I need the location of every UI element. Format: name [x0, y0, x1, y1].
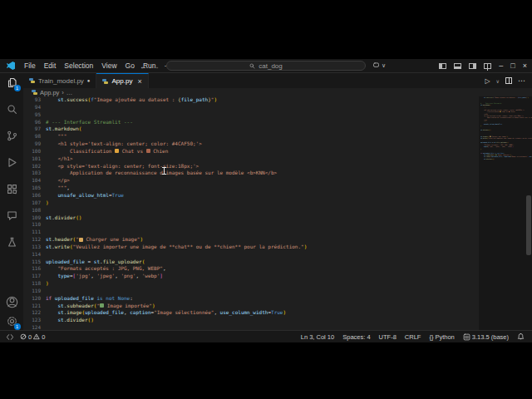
line-number: 123	[23, 317, 43, 324]
toggle-panel-icon[interactable]	[454, 63, 461, 69]
errors-warnings[interactable]: 0 0	[20, 333, 45, 341]
line-number: 93	[23, 96, 43, 104]
notifications-bell-icon[interactable]	[517, 332, 525, 341]
code-line: <h1 style='text-align: center; color: #4…	[46, 140, 479, 148]
indentation[interactable]: Spaces: 4	[342, 333, 370, 341]
code-line: st.success(f"Image ajoutée au dataset : …	[46, 96, 479, 104]
python-interpreter[interactable]: 3.13.5 (base)	[463, 333, 509, 341]
code-line: st.image(uploaded_file, caption="Image s…	[46, 309, 479, 317]
toggle-sidebar-icon[interactable]	[439, 63, 446, 69]
history-nav: ← →	[140, 59, 160, 73]
code-line: """,	[46, 185, 479, 192]
language-mode[interactable]: {} Python	[429, 333, 454, 341]
code-line	[46, 207, 479, 214]
maximize-button[interactable]: □	[510, 59, 515, 73]
code-editor[interactable]: 9394959697989910010110210310410510610710…	[23, 96, 532, 330]
code-line: st.header("📂 Charger une image")	[46, 236, 479, 244]
breadcrumb-symbol[interactable]: …	[66, 89, 73, 96]
code-line: st.markdown(	[46, 126, 479, 133]
line-number: 115	[23, 259, 43, 266]
line-number: 114	[23, 251, 43, 259]
errors-icon	[20, 333, 27, 340]
title-bar: File Edit Selection View Go Run ⋯ ← → ca…	[0, 59, 532, 73]
tab-close-icon[interactable]: ×	[137, 77, 141, 86]
sidebar-item-testing[interactable]	[6, 236, 18, 249]
line-number: 119	[23, 288, 43, 295]
code-line: st.write("Veuillez importer une image de…	[46, 244, 479, 251]
line-number: 102	[23, 163, 43, 170]
tab-train-model[interactable]: Train_model.py ●	[23, 73, 96, 88]
sidebar-item-extensions[interactable]	[6, 183, 18, 195]
copilot-menu[interactable]: ∨	[372, 62, 386, 69]
line-number: 107	[23, 200, 43, 207]
modified-dot-icon[interactable]: ●	[87, 78, 91, 83]
python-env-icon	[463, 333, 470, 341]
code-line: Application de reconnaissance d'images b…	[480, 117, 527, 119]
window-controls: – □ ×	[439, 59, 527, 73]
error-count: 0	[28, 333, 32, 341]
code-line	[46, 288, 479, 295]
split-editor-icon[interactable]	[505, 77, 512, 84]
editor-more-actions-icon[interactable]: ⋯	[518, 76, 525, 85]
screen: File Edit Selection View Go Run ⋯ ← → ca…	[0, 0, 532, 399]
code-line	[480, 160, 527, 162]
command-center-search[interactable]: cat_dog	[166, 61, 366, 71]
account-icon[interactable]	[6, 296, 18, 308]
status-right: Ln 3, Col 10 Spaces: 4 UTF-8 CRLF {} Pyt…	[301, 332, 532, 341]
code-line: </h1>	[46, 155, 479, 163]
close-button[interactable]: ×	[523, 59, 527, 73]
mouse-ibeam-cursor	[162, 167, 166, 175]
forward-icon[interactable]: →	[152, 62, 160, 71]
sidebar-item-run-debug[interactable]	[6, 156, 18, 169]
settings-gear-icon[interactable]: 1	[6, 315, 18, 328]
tab-bar: Train_model.py ● App.py × ▷ ∨ ⋯	[23, 73, 532, 88]
status-left: 0 0	[0, 333, 45, 341]
back-icon[interactable]: ←	[140, 62, 147, 71]
minimize-button[interactable]: –	[499, 59, 503, 73]
code-lines: st.success(f"Image ajoutée au dataset : …	[46, 96, 479, 330]
breadcrumb: App.py › …	[23, 88, 532, 96]
breadcrumb-file[interactable]: App.py	[40, 89, 59, 96]
encoding[interactable]: UTF-8	[379, 333, 397, 341]
vertical-scrollbar-thumb[interactable]	[526, 195, 531, 255]
sidebar-item-search[interactable]	[6, 103, 18, 116]
line-number: 122	[23, 309, 43, 317]
line-number: 100	[23, 148, 43, 155]
remote-indicator-icon[interactable]	[6, 333, 14, 341]
line-number: 101	[23, 155, 43, 163]
line-number: 111	[23, 229, 43, 236]
line-number: 118	[23, 280, 43, 288]
line-number: 112	[23, 236, 43, 244]
minimap[interactable]: st.success(f"Image ajoutée au dataset : …	[480, 96, 527, 162]
code-line	[46, 221, 479, 229]
toggle-secondary-sidebar-icon[interactable]	[469, 63, 476, 69]
sidebar-item-source-control[interactable]	[6, 130, 18, 142]
sidebar-item-chat[interactable]	[6, 209, 18, 222]
code-line: st.subheader("🖼 Image importée")	[46, 303, 479, 310]
menu-selection[interactable]: Selection	[60, 62, 97, 70]
run-python-file-icon[interactable]: ▷	[485, 77, 490, 85]
line-number: 108	[23, 207, 43, 214]
line-number: 116	[23, 265, 43, 273]
customize-layout-icon[interactable]	[484, 63, 491, 69]
code-line: # --- Interface Streamlit ---	[46, 119, 479, 126]
line-number: 94	[23, 104, 43, 111]
menu-go[interactable]: Go	[121, 62, 139, 70]
tab-app[interactable]: App.py ×	[96, 73, 148, 88]
sidebar-item-explorer[interactable]: 1	[6, 76, 18, 89]
run-dropdown-chevron-icon[interactable]: ∨	[496, 78, 500, 84]
code-line: if uploaded_file is not None:	[46, 295, 479, 303]
breadcrumb-separator-icon: ›	[62, 89, 64, 96]
language-label: Python	[435, 333, 454, 341]
settings-badge: 1	[14, 323, 21, 330]
line-number: 113	[23, 244, 43, 251]
menu-view[interactable]: View	[97, 62, 121, 70]
line-number: 104	[23, 177, 43, 185]
cursor-position[interactable]: Ln 3, Col 10	[301, 333, 334, 341]
vscode-window: File Edit Selection View Go Run ⋯ ← → ca…	[0, 59, 532, 342]
chevron-down-icon: ∨	[382, 62, 386, 69]
menu-file[interactable]: File	[20, 62, 40, 70]
line-number: 99	[23, 140, 43, 148]
menu-edit[interactable]: Edit	[40, 62, 61, 70]
eol-sequence[interactable]: CRLF	[405, 333, 421, 341]
